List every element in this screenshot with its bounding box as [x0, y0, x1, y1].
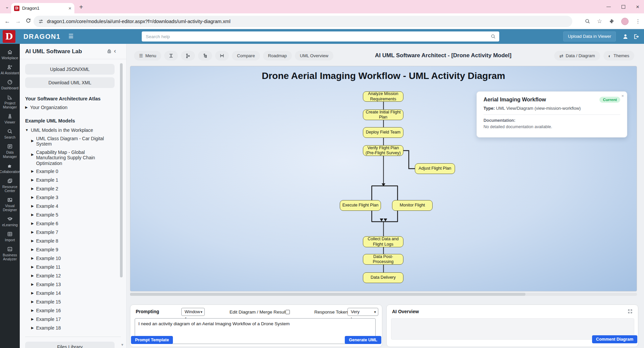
sidebar-item-elearning[interactable]: eLearning: [0, 216, 20, 227]
diagram-canvas[interactable]: Drone Aerial Imaging Workflow - UML Acti…: [130, 66, 637, 291]
hamburger-menu-icon[interactable]: ☰: [68, 33, 73, 40]
tree-layout-button[interactable]: [181, 51, 195, 61]
tree-item-example[interactable]: ▶ Example 15: [31, 299, 124, 305]
data-diagram-toggle-button[interactable]: ⇄ Data / Diagram: [554, 51, 600, 61]
activity-node[interactable]: Verify Flight Plan (Pre-Flight Survey): [363, 145, 403, 156]
activity-node[interactable]: Adjust Flight Plan: [415, 163, 455, 174]
menu-button[interactable]: ☰ Menu: [134, 51, 161, 61]
activity-node[interactable]: Data Post-Processing: [363, 254, 403, 265]
tree-item-example[interactable]: ▶ Example 16: [31, 308, 124, 314]
align-vertical-button[interactable]: [164, 51, 178, 61]
card-close-icon[interactable]: ×: [621, 93, 624, 98]
sidebar-item-project-manager[interactable]: Project Manager: [0, 94, 20, 109]
sidebar-item-workplace[interactable]: Workplace: [0, 49, 20, 60]
tree-item-example[interactable]: ▶ Example 12: [31, 273, 124, 279]
activity-node[interactable]: Deploy Field Team: [363, 127, 403, 138]
roadmap-button[interactable]: Roadmap: [263, 51, 292, 61]
upload-json-xml-button[interactable]: Upload JSON/XML: [25, 64, 115, 75]
tree-item-example[interactable]: ▶ Example 18: [31, 325, 124, 331]
files-library-button[interactable]: Files Library: [25, 342, 115, 348]
compare-button[interactable]: Compare: [232, 51, 260, 61]
tree-item-example[interactable]: ▶ Example 0: [31, 169, 124, 175]
logout-icon[interactable]: [633, 33, 639, 41]
distribute-horizontal-button[interactable]: [215, 51, 229, 61]
sidebar-item-import[interactable]: Import: [0, 231, 20, 242]
generate-uml-button[interactable]: Generate UML: [345, 336, 381, 344]
uml-overview-button[interactable]: UML Overview: [295, 51, 333, 61]
sidebar-item-collaboration[interactable]: Collaboration: [0, 163, 20, 174]
scroll-down-icon[interactable]: ▾: [121, 342, 123, 347]
sidebar-item-ai-assistant[interactable]: AI Assistant: [0, 64, 20, 75]
tree-item-example[interactable]: ▶ Example 1: [31, 177, 124, 183]
window-select[interactable]: Window 1 ▾: [181, 308, 205, 316]
download-uml-xml-button[interactable]: Download UML XML: [25, 77, 115, 88]
tab-search-caret-icon[interactable]: ⌄: [3, 3, 11, 10]
forward-icon[interactable]: →: [14, 17, 22, 25]
back-icon[interactable]: ←: [3, 17, 11, 25]
tree-item-example[interactable]: ▶ Example 14: [31, 290, 124, 296]
browser-menu-icon[interactable]: ⋮: [635, 18, 641, 24]
themes-button[interactable]: ◐ Themes: [603, 51, 634, 61]
activity-node[interactable]: Analyze Mission Requirements: [363, 91, 403, 102]
activity-node[interactable]: Create Initial Flight Plan: [363, 109, 403, 120]
tree-item-example[interactable]: ▶ Example 13: [31, 282, 124, 288]
window-close-icon[interactable]: ×: [636, 4, 639, 10]
tree-item-your-organization[interactable]: ▶ Your Organization: [25, 105, 124, 110]
left-panel-scrollbar[interactable]: [120, 63, 123, 277]
tree-item-example[interactable]: ▶ Example 6: [31, 221, 124, 227]
tree-item-example[interactable]: ▶ Example 9: [31, 247, 124, 253]
activity-node[interactable]: Data Delivery: [363, 272, 403, 283]
canvas-horizontal-scrollbar[interactable]: [130, 293, 637, 296]
browser-avatar[interactable]: [621, 18, 629, 25]
help-search-input[interactable]: [142, 31, 499, 41]
tree-item-class-diagram[interactable]: ▶ UML Class Diagram - Car Digital System: [31, 136, 112, 147]
zoom-icon[interactable]: [585, 18, 590, 24]
sidebar-item-data-manager[interactable]: Data Manager: [0, 144, 20, 158]
edit-merge-checkbox[interactable]: [285, 310, 290, 314]
activity-node[interactable]: Monitor Flight: [392, 200, 433, 211]
activity-node[interactable]: Execute Flight Plan: [340, 200, 381, 211]
site-info-icon[interactable]: [38, 19, 44, 24]
tab-title: Dragon1: [22, 6, 68, 11]
activity-node[interactable]: Collect Data and Flight Logs: [363, 236, 403, 247]
dragon1-logo[interactable]: D: [3, 30, 15, 43]
new-tab-button[interactable]: +: [77, 3, 85, 11]
comment-diagram-button[interactable]: Comment Diagram: [592, 335, 637, 343]
tree-item-example[interactable]: ▶ Example 7: [31, 230, 124, 236]
sidebar-item-dashboard[interactable]: Dashboard: [0, 79, 20, 90]
address-bar[interactable]: dragon1.com/core/modules/ai/uml-editor.a…: [34, 16, 572, 27]
extensions-icon[interactable]: [609, 18, 615, 24]
browser-tab[interactable]: D Dragon1 ×: [11, 3, 74, 13]
sidebar-item-search[interactable]: Search: [0, 128, 20, 139]
tree-item-example[interactable]: ▶ Example 17: [31, 317, 124, 323]
tree-collapsed-icon: ▶: [31, 248, 34, 252]
tree-item-example[interactable]: ▶ Example 8: [31, 238, 124, 244]
sidebar-item-business-analyzer[interactable]: Business Analyzer: [0, 246, 20, 261]
tree-item-capability-map[interactable]: ▶ Capability Map - Global Manufacturing …: [31, 150, 116, 166]
scrollbar-thumb[interactable]: [130, 293, 525, 296]
tree-item-example[interactable]: ▶ Example 11: [31, 264, 124, 270]
window-maximize-icon[interactable]: [622, 5, 625, 9]
tree-item-example[interactable]: ▶ Example 4: [31, 203, 124, 209]
prompt-template-button[interactable]: Prompt Template: [131, 336, 173, 344]
expand-icon[interactable]: [628, 309, 633, 315]
documentation-text: No detailed documentation available.: [484, 124, 620, 129]
reload-icon[interactable]: [24, 18, 32, 26]
upload-data-in-viewer-button[interactable]: Upload Data in Viewer: [563, 31, 616, 41]
tree-layout-alt-button[interactable]: [198, 51, 212, 61]
tree-item-example[interactable]: ▶ Example 2: [31, 186, 124, 192]
sidebar-item-viewer[interactable]: Viewer: [0, 113, 20, 124]
search-icon[interactable]: [491, 34, 496, 39]
sidebar-item-resource-center[interactable]: Resource Center: [0, 178, 20, 193]
window-minimize-icon[interactable]: [606, 7, 611, 7]
tree-item-models-root[interactable]: ▼ UML Models in the Workplace: [25, 127, 124, 133]
panel-collapse-icon[interactable]: ‹: [114, 47, 116, 55]
tree-item-example[interactable]: ▶ Example 10: [31, 256, 124, 262]
tree-item-example[interactable]: ▶ Example 3: [31, 195, 124, 201]
response-tokens-select[interactable]: Very Large ▾: [347, 308, 378, 316]
user-icon[interactable]: [622, 33, 629, 41]
tab-close-icon[interactable]: ×: [68, 6, 71, 11]
tree-item-example[interactable]: ▶ Example 5: [31, 212, 124, 218]
bookmark-star-icon[interactable]: ☆: [597, 18, 602, 25]
sidebar-item-visual-designer[interactable]: Visual Designer: [0, 197, 20, 212]
